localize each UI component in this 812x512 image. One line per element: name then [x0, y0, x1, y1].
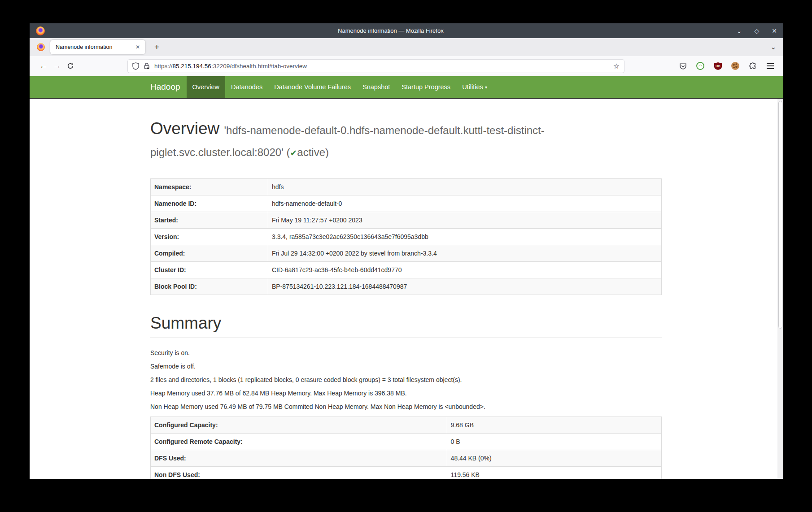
overview-heading: Overview 'hdfs-namenode-default-0.hdfs-n…	[150, 118, 662, 163]
hamburger-icon	[767, 63, 774, 64]
table-row: Version:3.3.4, ra585a73c3e02ac62350c1366…	[151, 229, 662, 245]
window-title: Namenode information — Mozilla Firefox	[45, 27, 737, 34]
titlebar: Namenode information — Mozilla Firefox ⌄…	[30, 23, 783, 38]
divider	[150, 337, 662, 338]
table-row: Compiled:Fri Jul 29 14:32:00 +0200 2022 …	[151, 245, 662, 262]
navigation-toolbar: ← → https://85.215.194.56:32209/dfshealt…	[30, 56, 783, 76]
forward-button: →	[50, 59, 64, 73]
tab-title: Namenode information	[56, 44, 134, 50]
new-tab-button[interactable]: +	[151, 42, 163, 52]
pocket-icon	[679, 62, 687, 70]
maximize-button[interactable]: ◇	[754, 27, 759, 35]
lock-warning-icon[interactable]	[143, 62, 150, 69]
nav-tab-datanode-volume-failures[interactable]: Datanode Volume Failures	[268, 76, 357, 98]
active-status: active	[297, 146, 325, 158]
table-row: Started:Fri May 19 11:27:57 +0200 2023	[151, 212, 662, 229]
svg-text:UO: UO	[716, 65, 720, 68]
url-text[interactable]: https://85.215.194.56:32209/dfshealth.ht…	[154, 63, 609, 69]
table-row: Namenode ID:hdfs-namenode-default-0	[151, 195, 662, 212]
firefox-logo-icon	[36, 26, 45, 35]
ublock-origin-button[interactable]: UO	[712, 60, 724, 72]
shield-permissions-icon[interactable]	[132, 62, 139, 70]
filesystem-objects-text: 2 files and directories, 1 blocks (1 rep…	[150, 376, 662, 384]
table-row: Configured Capacity:9.68 GB	[151, 417, 662, 434]
ublock-origin-shield-icon: UO	[714, 62, 722, 70]
cookie-icon	[731, 62, 739, 70]
namenode-info-table: Namespace:hdfs Namenode ID:hdfs-namenode…	[150, 178, 662, 295]
close-button[interactable]: ✕	[772, 27, 777, 35]
menu-button[interactable]	[764, 60, 776, 72]
nav-tab-snapshot[interactable]: Snapshot	[357, 76, 396, 98]
scrollbar-thumb[interactable]	[778, 101, 782, 329]
table-row: DFS Used:48.44 KB (0%)	[151, 450, 662, 467]
back-button[interactable]: ←	[37, 59, 50, 73]
tab-namenode-information[interactable]: Namenode information ✕	[50, 40, 145, 54]
privacy-extension-button[interactable]: ◠	[694, 60, 706, 72]
table-row: Configured Remote Capacity:0 B	[151, 434, 662, 450]
tab-bar: Namenode information ✕ + ⌄	[30, 38, 783, 56]
bookmark-star-icon[interactable]: ☆	[613, 62, 620, 70]
safemode-status-text: Safemode is off.	[150, 363, 662, 370]
extensions-button[interactable]	[747, 60, 759, 72]
tab-close-icon[interactable]: ✕	[134, 43, 142, 51]
nav-tab-utilities[interactable]: Utilities ▾	[456, 76, 493, 98]
browser-window: Namenode information — Mozilla Firefox ⌄…	[30, 23, 783, 479]
table-row: Namespace:hdfs	[151, 179, 662, 195]
firefox-view-button[interactable]	[34, 40, 48, 54]
page-title: Overview	[150, 119, 219, 138]
heap-memory-text: Heap Memory used 37.76 MB of 62.84 MB He…	[150, 390, 662, 397]
chevron-down-icon: ▾	[485, 85, 487, 90]
nav-tab-startup-progress[interactable]: Startup Progress	[396, 76, 456, 98]
page-scrollbar[interactable]	[777, 99, 783, 479]
cookie-extension-button[interactable]	[729, 60, 741, 72]
active-check-icon: ✔	[290, 148, 297, 158]
pocket-button[interactable]	[677, 60, 689, 72]
non-heap-memory-text: Non Heap Memory used 76.49 MB of 79.75 M…	[150, 403, 662, 411]
table-row: Non DFS Used:119.56 KB	[151, 467, 662, 479]
summary-heading: Summary	[150, 314, 662, 333]
page-content: Overview 'hdfs-namenode-default-0.hdfs-n…	[30, 99, 783, 479]
nav-tab-datanodes[interactable]: Datanodes	[225, 76, 268, 98]
table-row: Cluster ID:CID-6a817c29-ac36-45fc-b4eb-6…	[151, 262, 662, 278]
hadoop-navbar: Hadoop Overview Datanodes Datanode Volum…	[30, 76, 783, 99]
puzzle-piece-icon	[749, 62, 757, 70]
url-bar[interactable]: https://85.215.194.56:32209/dfshealth.ht…	[127, 59, 624, 73]
list-tabs-chevron-icon[interactable]: ⌄	[770, 43, 776, 51]
reload-button[interactable]	[64, 59, 77, 73]
table-row: Block Pool ID:BP-875134261-10.223.121.18…	[151, 278, 662, 295]
url-domain: 85.215.194.56	[173, 63, 211, 69]
hadoop-brand[interactable]: Hadoop	[150, 76, 187, 98]
security-status-text: Security is on.	[150, 349, 662, 357]
firefox-view-icon	[37, 43, 45, 51]
privacy-extension-icon: ◠	[696, 62, 704, 70]
nav-tab-overview[interactable]: Overview	[187, 76, 225, 98]
capacity-table: Configured Capacity:9.68 GB Configured R…	[150, 417, 662, 479]
extension-icons: ◠ UO	[677, 60, 776, 72]
reload-icon	[67, 62, 74, 69]
minimize-button[interactable]: ⌄	[737, 27, 742, 35]
